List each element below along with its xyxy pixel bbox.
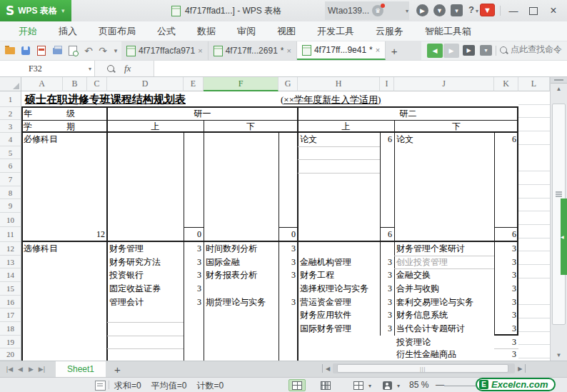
zoom-out-button[interactable]: — (436, 380, 444, 390)
row-header-20[interactable]: 20 (0, 348, 21, 361)
cell-elective-k-12[interactable]: 3 (494, 242, 518, 256)
print-preview-icon[interactable] (66, 44, 80, 57)
zoom-level[interactable]: 85 % (409, 380, 428, 390)
row-header-2[interactable]: 2 (0, 107, 21, 120)
cell-elective-i-14[interactable]: 3 (380, 268, 394, 282)
cell-elective-g-12[interactable]: 3 (279, 242, 298, 256)
column-header-c[interactable]: C (87, 77, 107, 91)
redo-icon[interactable]: ↷ (96, 44, 110, 57)
cell-elective-f-13[interactable]: 国际金融 (204, 256, 279, 268)
column-header-e[interactable]: E (184, 77, 204, 91)
new-doc-tab-button[interactable]: + (386, 41, 403, 60)
cell-total-e[interactable]: 0 (184, 227, 204, 242)
cell-required-label[interactable]: 必修科目 (21, 133, 107, 146)
split-handle[interactable] (551, 77, 567, 84)
cell-elective-d-14[interactable]: 投资银行 (107, 268, 184, 282)
cell-thesis1-credit[interactable]: 6 (380, 133, 394, 146)
cell-elective-j-12[interactable]: 财务管理个案研讨 (394, 242, 494, 256)
last-sheet-icon[interactable]: ▶| (36, 366, 47, 373)
row-header-10[interactable]: 10 (0, 213, 21, 227)
cell-elective-k-16[interactable]: 3 (494, 296, 518, 308)
green-position-marker[interactable]: ◀ (561, 198, 567, 275)
cell-g1-second[interactable]: 下 (204, 120, 298, 133)
row-header-19[interactable]: 19 (0, 336, 21, 348)
cell-term[interactable]: 期 (64, 120, 86, 133)
horizontal-scroll-thumb[interactable]: ||| (337, 364, 508, 373)
download-manager-icon[interactable]: ▼ (480, 4, 495, 16)
community-icon[interactable]: ▶ (416, 4, 428, 16)
undo-icon[interactable]: ↶ (81, 44, 96, 57)
column-header-b[interactable]: B (63, 77, 87, 91)
add-sheet-button[interactable]: + (114, 363, 121, 376)
cell-elective-e-13[interactable]: 3 (184, 256, 204, 268)
chevron-down-icon[interactable]: ▾ (61, 0, 70, 21)
row-header-11[interactable]: 11 (0, 227, 21, 242)
ribbon-tab-insert[interactable]: 插入 (59, 25, 77, 38)
cell-grade1[interactable]: 研一 (107, 107, 298, 120)
forward-button[interactable]: ▶ (443, 44, 459, 58)
cell-elective-j-17[interactable]: 财务信息系统 (394, 308, 494, 322)
cell-elective-k-19[interactable]: 3 (494, 336, 518, 348)
cell-elective-e-15[interactable]: 3 (184, 282, 204, 296)
save-icon[interactable] (19, 44, 33, 57)
ribbon-tab-smart-toolbox[interactable]: 智能工具箱 (425, 25, 471, 38)
close-tab-icon[interactable]: × (286, 46, 291, 55)
page-break-view-button[interactable] (317, 379, 334, 391)
table-subtitle[interactable]: (××学年度新生入学适用) (279, 92, 421, 107)
account-button[interactable]: Wtao139... ♛ (325, 1, 409, 20)
name-box[interactable]: F32 ▾ (0, 61, 95, 76)
cell-sem[interactable]: 学 (21, 120, 43, 133)
open-file-icon[interactable] (3, 44, 17, 57)
cell-elective-i-17[interactable]: 3 (380, 308, 394, 322)
cell-elective-j-13[interactable]: 创业投资管理 (394, 256, 494, 268)
row-header-7[interactable]: 7 (0, 173, 21, 186)
cell-elective-j-20[interactable]: 衍生性金融商品 (394, 348, 494, 361)
cell-total-g[interactable]: 0 (279, 227, 298, 242)
cell-elective-j-15[interactable]: 合并与收购 (394, 282, 494, 296)
close-button[interactable]: × (544, 0, 563, 21)
cell-elective-j-16[interactable]: 套利交易理论与实务 (394, 296, 494, 308)
cell-elective-i-13[interactable]: 3 (380, 256, 394, 268)
ribbon-tab-page-layout[interactable]: 页面布局 (99, 25, 136, 38)
view-caret-icon[interactable]: ▾ (368, 383, 371, 389)
cell-elective-g-16[interactable]: 3 (279, 296, 298, 308)
help-caret-icon[interactable]: ▾ (476, 8, 478, 14)
maximize-button[interactable] (524, 0, 543, 21)
reading-caret-icon[interactable]: ▾ (397, 383, 400, 389)
cell-elective-h-14[interactable]: 财务工程 (298, 268, 380, 282)
cell-elective-k-18[interactable]: 3 (494, 322, 518, 336)
play-presentation-icon[interactable]: ▶ (463, 45, 475, 56)
prev-sheet-icon[interactable]: ◀ (15, 366, 26, 373)
cell-elective-k-15[interactable]: 3 (494, 282, 518, 296)
column-header-j[interactable]: J (394, 77, 494, 91)
row-header-1[interactable]: 1 (0, 91, 21, 107)
custom-view-button[interactable] (350, 379, 367, 391)
find-command-box[interactable]: 点此查找命令 (500, 44, 562, 56)
switch-window-icon[interactable]: ▾ (480, 45, 492, 56)
vertical-scrollbar[interactable]: ▲ ◀ ▼ (550, 77, 567, 361)
cell-elective-d-13[interactable]: 财务研究方法 (107, 256, 184, 268)
templates-icon[interactable]: ▼ (433, 4, 446, 16)
ribbon-tab-cloud[interactable]: 云服务 (376, 25, 403, 38)
scroll-down-icon[interactable]: ▼ (551, 350, 567, 360)
cell-elective-e-16[interactable]: 3 (184, 296, 204, 308)
cell-elective-h-13[interactable]: 金融机构管理 (298, 256, 380, 268)
ribbon-tab-review[interactable]: 审阅 (237, 25, 256, 38)
column-header-l[interactable]: L (518, 77, 550, 91)
skin-switch-icon[interactable]: ▾ (451, 4, 463, 16)
cell-elective-f-12[interactable]: 时间数列分析 (204, 242, 279, 256)
ribbon-tab-data[interactable]: 数据 (197, 25, 216, 38)
cell-elective-h-18[interactable]: 国际财务管理 (298, 322, 380, 336)
cell-elective-j-19[interactable]: 投资理论 (394, 336, 494, 348)
cell-required-total[interactable]: 12 (21, 227, 107, 242)
name-box-caret-icon[interactable]: ▾ (89, 66, 91, 72)
cell-grade2[interactable]: 研二 (298, 107, 518, 120)
column-header-k[interactable]: K (494, 77, 518, 91)
sheet-tab-sheet1[interactable]: Sheet1 (56, 361, 106, 377)
cell-total-k[interactable]: 6 (494, 227, 518, 242)
export-pdf-icon[interactable] (34, 44, 49, 57)
toolbar-caret-icon[interactable]: ▾ (109, 44, 123, 57)
cell-elective-d-15[interactable]: 固定收益证券 (107, 282, 184, 296)
cell-elective-e-12[interactable]: 3 (184, 242, 204, 256)
column-header-a[interactable]: A (21, 77, 63, 91)
